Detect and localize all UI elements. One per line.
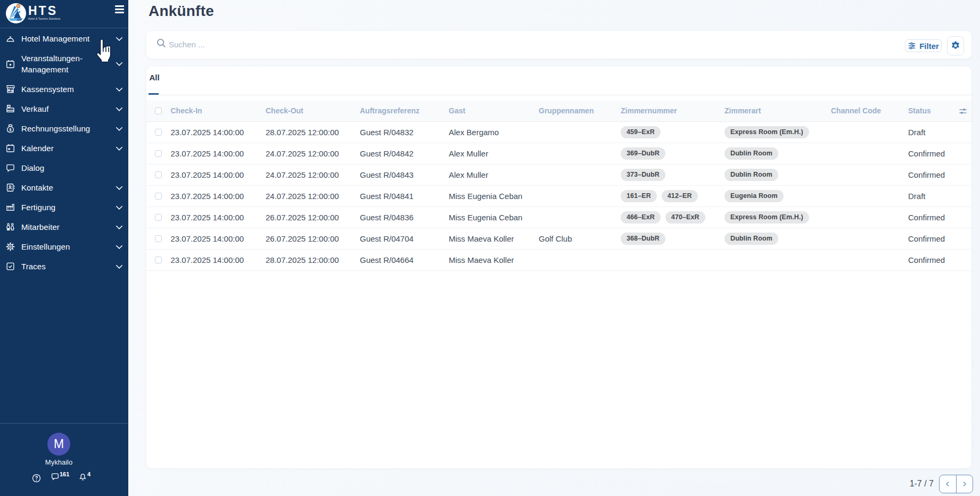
svg-text:$: $ (10, 128, 12, 132)
